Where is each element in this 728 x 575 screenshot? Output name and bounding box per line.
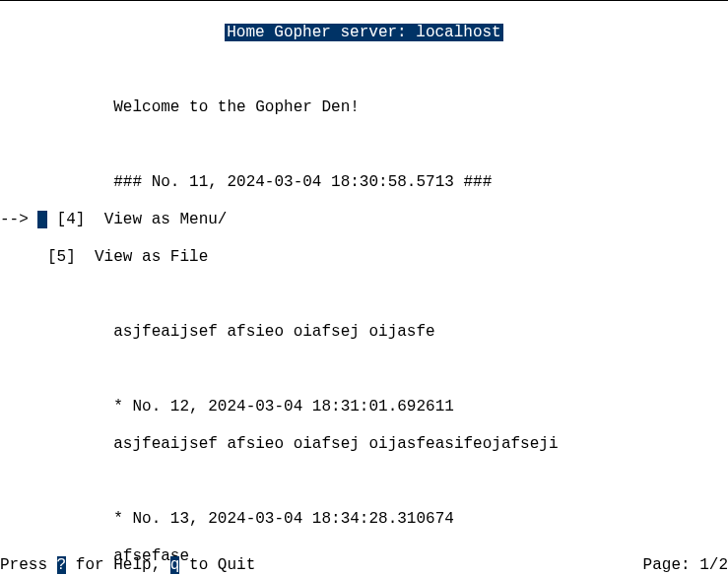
- blank-line: [0, 61, 728, 80]
- welcome-line: Welcome to the Gopher Den!: [0, 98, 728, 117]
- entry11-header: ### No. 11, 2024-03-04 18:30:58.5713 ###: [113, 173, 492, 191]
- link-number: [5]: [0, 248, 95, 266]
- status-bar: Press ? for Help, q to Quit Page: 1/2: [0, 556, 728, 575]
- blank-line: [0, 136, 728, 155]
- selection-arrow: -->: [0, 211, 37, 228]
- entry11-body: asjfeaijsef afsieo oiafsej oijasfe: [113, 323, 434, 341]
- entry13-header: * No. 13, 2024-03-04 18:34:28.310674: [113, 510, 454, 528]
- body-line: asjfeaijsef afsieo oiafsej oijasfeasifeo…: [0, 435, 728, 454]
- link-number: [4]: [47, 211, 104, 228]
- link-5-label[interactable]: View as File: [95, 248, 208, 266]
- blank-line: [0, 360, 728, 379]
- entry12-body: asjfeaijsef afsieo oiafsej oijasfeasifeo…: [113, 435, 558, 453]
- entry12-header: * No. 12, 2024-03-04 18:31:01.692611: [113, 398, 454, 415]
- link-4-label[interactable]: View as Menu/: [104, 211, 228, 228]
- help-key[interactable]: ?: [57, 556, 67, 574]
- body-line: asjfeaijsef afsieo oiafsej oijasfe: [0, 323, 728, 342]
- terminal-content: Home Gopher server: localhost Welcome to…: [0, 1, 728, 575]
- page-indicator: Page: 1/2: [643, 556, 728, 575]
- blank-line: [0, 473, 728, 491]
- welcome-text: Welcome to the Gopher Den!: [113, 98, 360, 116]
- title-bar: Home Gopher server: localhost: [0, 24, 728, 42]
- status-help: Press ? for Help, q to Quit: [0, 556, 255, 575]
- page-title: Home Gopher server: localhost: [225, 24, 502, 41]
- blank-line: [0, 286, 728, 304]
- selected-link-line[interactable]: --> [4] View as Menu/: [0, 211, 728, 229]
- entry-header: * No. 12, 2024-03-04 18:31:01.692611: [0, 398, 728, 416]
- entry-header: ### No. 11, 2024-03-04 18:30:58.5713 ###: [0, 173, 728, 192]
- quit-key[interactable]: q: [170, 556, 180, 574]
- link-line[interactable]: [5] View as File: [0, 248, 728, 267]
- cursor: [37, 211, 47, 228]
- entry-header: * No. 13, 2024-03-04 18:34:28.310674: [0, 510, 728, 529]
